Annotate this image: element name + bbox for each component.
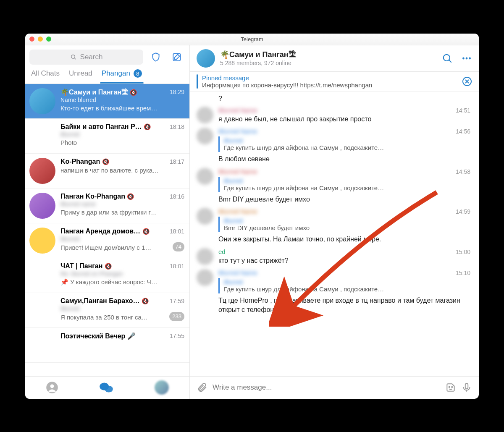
traffic-lights [29,37,51,42]
message-reply[interactable]: Blurred Где купить шнур для айфона на Са… [218,278,470,293]
voice-button[interactable] [461,382,472,393]
message-time: 15:00 [456,249,470,255]
chat-avatar[interactable] [197,49,215,68]
svg-point-13 [449,387,450,387]
search-icon [442,53,453,64]
maximize-window-button[interactable] [46,37,51,42]
message-input[interactable] [213,383,440,392]
compose-button[interactable] [168,50,185,65]
microphone-icon [461,382,472,393]
chat-sender: Blurred name [60,201,184,207]
message-sender[interactable]: Blurred Name [218,269,257,276]
contacts-tab[interactable] [46,381,58,394]
chat-preview: Кто-то едет в ближайшее врем… [60,105,184,112]
reply-sender: Blurred [224,217,470,224]
chat-name: Ko-Phangan 🔇 [60,158,167,165]
svg-point-6 [105,386,113,393]
chat-sender: Blurred [60,236,184,242]
chat-preview: Приму в дар или за фруктики г… [60,209,184,216]
chat-avatar [29,193,55,219]
message-sender[interactable]: Blurred Name [218,107,257,114]
paperclip-icon [197,382,207,393]
close-window-button[interactable] [29,37,34,42]
message-group: Blurred Name 15:10 Blurred Где купить шн… [197,269,470,314]
chat-preview: Привет! Ищем дом/виллу с 1… [60,244,170,251]
chat-list-item[interactable]: Панган Аренда домов… 🔇 18:01 Blurred При… [25,223,189,258]
message-time: 14:58 [456,168,470,175]
passcode-button[interactable] [147,50,164,65]
chat-list-item[interactable]: ЧАТ | Панган 🔇 18:01 Re: blurred on Phan… [25,258,189,293]
chat-list-item[interactable]: Байки и авто Панган Р… 🔇 18:18 Blurred P… [25,119,189,154]
chat-name: Панган Аренда домов… 🔇 [60,228,167,235]
message-group: Blurred Name 14:51 я давно не был, не сл… [197,107,470,124]
minimize-window-button[interactable] [38,37,43,42]
pinned-close-button[interactable] [462,76,472,86]
tab-phangan[interactable]: Phangan 8 [102,69,142,79]
more-icon [461,53,472,64]
message-text: Bmr DIY дешевле будет имхо [218,195,470,204]
svg-rect-15 [465,383,468,389]
chat-header[interactable]: 🌴Самуи и Панган🏝 5 288 members, 972 onli… [190,45,479,72]
muted-icon: 🔇 [144,123,151,130]
message-avatar[interactable] [197,168,213,185]
chat-sender: Re: blurred on Phangan [60,270,184,277]
message-reply[interactable]: Blurred Где купить шнур для айфона на Са… [218,136,470,152]
svg-point-11 [469,57,471,59]
reply-text: Bmr DIY дешевле будет имхо [224,224,470,231]
chat-more-button[interactable] [461,53,472,64]
chat-avatar [29,262,55,288]
message-avatar[interactable] [197,248,213,265]
chats-tab[interactable] [99,381,113,394]
chat-list-item[interactable]: Поэтический Вечер 🎤 17:55 [25,328,189,363]
svg-point-7 [444,54,450,60]
message-sender[interactable]: Blurred Name [218,128,257,135]
message-list[interactable]: ? Blurred Name 14:51 я давно не был, не … [190,92,479,376]
pinned-message[interactable]: Pinned message Информация по корона-виру… [190,72,479,92]
message-avatar[interactable] [197,107,213,123]
chat-time: 18:01 [170,263,184,270]
chat-list-item[interactable]: 🌴Самуи и Панган🏝 🔇 18:29 Name blurred Кт… [25,84,189,119]
chat-list-item[interactable]: Панган Ko-Phangan 🔇 18:16 Blurred name П… [25,189,189,223]
reply-sender: Blurred [224,137,470,144]
message-group: Blurred Name 14:59 Blurred Bmr DIY дешев… [197,208,470,244]
user-avatar-icon [155,380,169,395]
message-avatar[interactable] [197,208,213,225]
message-sender[interactable]: Blurred Name [218,168,257,175]
message-avatar[interactable] [197,128,213,144]
message-time: 15:10 [456,270,470,276]
svg-line-1 [74,58,76,59]
reply-sender: Blurred [224,178,470,184]
message-reply[interactable]: Blurred Где купить шнур для айфона на Са… [218,177,470,192]
chat-name: Поэтический Вечер 🎤 [60,332,167,340]
message-sender[interactable]: ed [218,248,226,255]
chat-preview: Photo [60,139,184,146]
message-avatar[interactable] [197,269,213,286]
message-text: В любом севене [218,154,470,164]
muted-icon: 🔇 [102,158,109,165]
message-reply[interactable]: Blurred Bmr DIY дешевле будет имхо [218,217,470,232]
sticker-button[interactable] [445,382,456,393]
svg-point-4 [50,385,54,388]
svg-point-0 [71,55,75,58]
message-sender[interactable]: Blurred Name [218,208,257,215]
settings-tab[interactable] [155,380,169,395]
muted-icon: 🔇 [105,263,112,270]
message-time: 14:51 [456,107,470,114]
tab-unread[interactable]: Unread [69,69,92,79]
pin-indicator [197,74,198,89]
chat-search-button[interactable] [442,53,453,64]
chat-list[interactable]: 🌴Самуи и Панган🏝 🔇 18:29 Name blurred Кт… [25,84,189,376]
chat-preview: Я покупала за 250 в тонг са… [60,314,167,321]
tab-all-chats[interactable]: All Chats [31,69,60,79]
chat-time: 18:16 [170,193,184,200]
chat-name: Панган Ko-Phangan 🔇 [60,193,167,200]
chat-list-item[interactable]: Ko-Phangan 🔇 18:17 напиши в чат по валют… [25,154,189,189]
reply-text: Где купить шнур для айфона на Самуи , по… [224,285,470,293]
svg-point-10 [466,57,468,59]
chat-sender: Name blurred [60,97,184,103]
chat-list-item[interactable]: Самуи,Панган Барахо… 🔇 17:59 Blurred Я п… [25,293,189,328]
message-text: ? [197,95,470,102]
svg-point-14 [452,387,452,387]
search-input[interactable]: Search [29,50,143,65]
attach-button[interactable] [197,382,207,393]
